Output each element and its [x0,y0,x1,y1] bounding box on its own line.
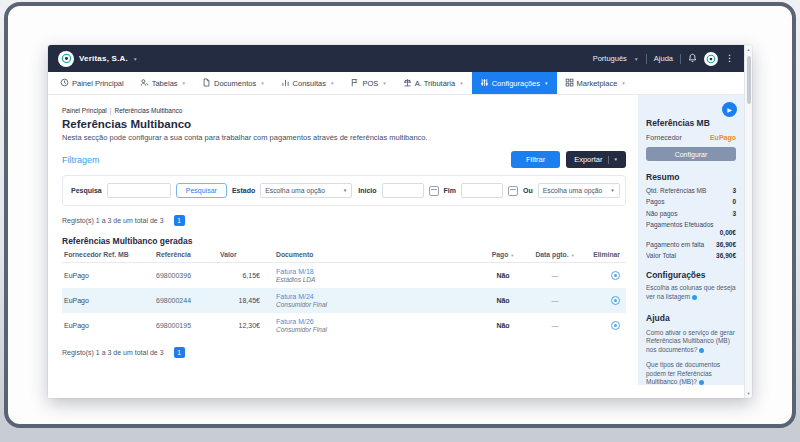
chevron-down-icon: ▼ [614,157,618,162]
pesquisa-label: Pesquisa [71,187,102,194]
filtrar-button[interactable]: Filtrar [511,151,560,168]
records-summary-top: Registo(s) 1 a 3 de um total de 3 1 [62,215,626,226]
scroll-down-icon[interactable]: ▼ [747,391,751,396]
kebab-menu-icon[interactable]: ⋮ [725,54,734,63]
nav-item-configuracoes[interactable]: Configurações▼ [472,72,557,94]
breadcrumb: Painel Principal|Referências Multibanco [62,107,626,114]
document-icon [202,78,211,89]
nav-item-a-tributaria[interactable]: A. Tributária▼ [395,72,472,94]
estado-label: Estado [232,187,255,194]
table-row: EuPago 698000396 6,15€ Fatura M/18Estádi… [62,263,626,289]
page-title: Referências Multibanco [62,118,626,130]
calendar-icon[interactable] [429,186,439,196]
eliminar-icon[interactable] [611,321,620,330]
configuracoes-title: Configurações [646,270,736,280]
divider [646,54,647,64]
col-pago-sort[interactable]: Pago▼ [480,247,526,263]
scroll-up-icon[interactable]: ▲ [747,47,751,52]
pagination-page-1[interactable]: 1 [174,215,185,226]
info-icon [699,348,704,353]
filter-section-label: Filtragem [62,155,100,165]
user-avatar[interactable] [704,52,718,66]
nav-item-painel-principal[interactable]: Painel Principal [52,72,132,94]
chevron-down-icon: ▼ [382,81,386,86]
company-logo-icon [58,51,74,67]
scrollbar-thumb[interactable] [747,56,751,104]
stat-row: Pagos0 [646,198,736,205]
notifications-bell-icon[interactable] [688,53,697,65]
table-title: Referências Multibanco geradas [62,236,626,246]
col-documento: Documento [274,247,480,263]
info-sidebar: ▶ Referências MB Fornecedor EuPago Confi… [638,95,744,385]
fim-date-input[interactable] [461,183,503,198]
sort-icon: ▼ [510,253,514,258]
ou-select[interactable]: Escolha uma opção ▼ [538,183,620,198]
chevron-down-icon: ▼ [634,56,639,62]
fornecedor-label: Fornecedor [646,134,682,141]
bar-chart-icon [281,78,290,89]
column-settings-link[interactable]: Escolha as colunas que deseja ver na lis… [646,284,736,302]
resumo-title: Resumo [646,172,736,182]
exportar-button[interactable]: Exportar ▼ [566,151,626,168]
records-summary-bottom: Registo(s) 1 a 3 de um total de 3 1 [62,347,626,358]
grid-icon [565,78,574,89]
pos-flag-icon [350,78,359,89]
people-icon [140,78,149,89]
chevron-down-icon: ▼ [459,81,463,86]
fim-label: Fim [444,187,456,194]
document-entity: Consumidor Final [276,301,478,308]
col-fornecedor: Fornecedor Ref. MB [62,247,154,263]
eliminar-icon[interactable] [611,271,620,280]
window-scrollbar[interactable]: ▲ ▼ [744,45,752,398]
help-link[interactable]: Como ativar o serviço de gerar Referênci… [646,329,736,355]
stat-row: Pagamento em falta36,90€ [646,241,736,248]
table-row: EuPago 698000195 12,30€ Fatura M/26Consu… [62,313,626,338]
col-data-pgto-sort[interactable]: Data pgto.▼ [526,247,584,263]
inicio-label: Início [358,187,376,194]
eliminar-icon[interactable] [611,296,620,305]
sort-icon: ▼ [571,253,575,258]
nav-item-consultas[interactable]: Consultas▼ [273,72,343,94]
page-subtitle: Nesta secção pode configurar a sua conta… [62,133,626,142]
document-link[interactable]: Fatura M/24 [276,293,478,300]
chevron-down-icon: ▼ [133,56,138,62]
chevron-down-icon: ▼ [330,81,334,86]
breadcrumb-home[interactable]: Painel Principal [62,107,107,114]
col-valor: Valor [220,247,274,263]
inicio-date-input[interactable] [382,183,424,198]
help-link[interactable]: Ajuda [654,54,673,63]
account-topbar: Veritas, S.A. ▼ Português ▼ Ajuda ⋮ [48,45,744,72]
document-entity: Consumidor Final [276,326,478,333]
video-play-button[interactable]: ▶ [722,102,737,117]
chevron-down-icon: ▼ [621,81,625,86]
stat-row: Qtd. Referências MB3 [646,187,736,194]
language-selector[interactable]: Português [593,54,627,63]
chevron-down-icon: ▼ [544,81,548,86]
info-icon [692,295,697,300]
nav-item-documentos[interactable]: Documentos▼ [194,72,273,94]
calendar-icon[interactable] [508,186,518,196]
estado-select[interactable]: Escolha uma opção ▼ [260,183,352,198]
help-link[interactable]: Que tipos de documentos podem ter Referê… [646,361,736,385]
fornecedor-value: EuPago [710,134,736,141]
chevron-down-icon: ▼ [182,81,186,86]
col-eliminar: Eliminar [584,247,626,263]
sliders-icon [480,78,489,89]
nav-item-tabelas[interactable]: Tabelas▼ [132,72,194,94]
col-referencia: Referência [154,247,220,263]
stat-row: Pagamentos Efetuados0,00€ [646,221,736,236]
document-link[interactable]: Fatura M/26 [276,318,478,325]
sidebar-title: Referências MB [646,118,736,128]
company-selector[interactable]: Veritas, S.A. [79,54,128,63]
chevron-down-icon: ▼ [260,81,264,86]
main-navbar: Painel Principal Tabelas▼ Documentos▼ Co… [48,72,744,95]
pesquisar-button[interactable]: Pesquisar [176,183,227,198]
nav-item-pos[interactable]: POS▼ [342,72,394,94]
pagination-page-1[interactable]: 1 [174,347,185,358]
pesquisa-input[interactable] [107,183,171,198]
configurar-button[interactable]: Configurar [646,147,736,161]
stat-row: Não pagos3 [646,210,736,217]
nav-item-marketplace[interactable]: Marketplace▼ [557,72,634,94]
document-link[interactable]: Fatura M/18 [276,268,478,275]
table-row: EuPago 698000244 18,45€ Fatura M/24Consu… [62,288,626,313]
